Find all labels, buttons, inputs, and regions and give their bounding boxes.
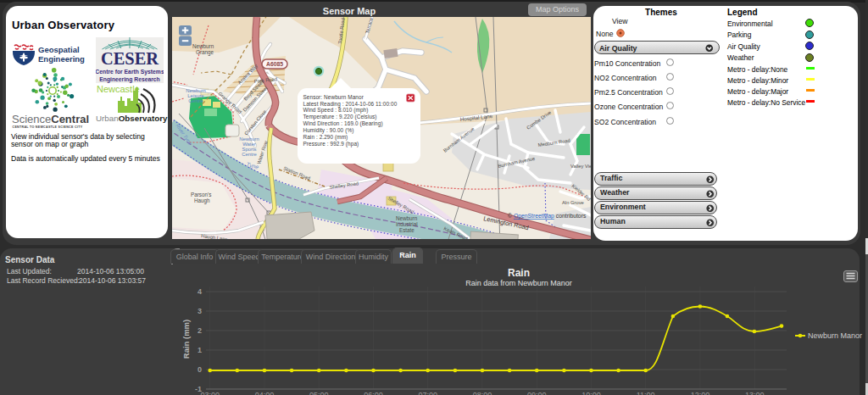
svg-text:Haugh: Haugh — [194, 198, 210, 204]
svg-text:13:00: 13:00 — [745, 391, 765, 395]
svg-text:Valley View: Valley View — [570, 164, 591, 169]
svg-text:4: 4 — [198, 287, 202, 296]
svg-text:CESER: CESER — [101, 47, 159, 69]
svg-text:UrbanObservatory: UrbanObservatory — [96, 114, 168, 123]
svg-text:Newburn: Newburn — [192, 43, 214, 49]
svg-text:Rain data from Newburn Manor: Rain data from Newburn Manor — [465, 279, 572, 287]
svg-text:Newburn: Newburn — [396, 215, 418, 221]
svg-text:10:00: 10:00 — [581, 391, 601, 395]
svg-text:03:00: 03:00 — [200, 391, 220, 395]
svg-text:12:00: 12:00 — [691, 391, 710, 395]
svg-text:Pressure : 992.9 (hpa): Pressure : 992.9 (hpa) — [303, 141, 359, 147]
svg-text:11:00: 11:00 — [637, 391, 655, 395]
svg-text:Industrial: Industrial — [396, 221, 418, 227]
svg-text:Sensor: Newburn Manor: Sensor: Newburn Manor — [303, 94, 364, 100]
svg-text:Engineering: Engineering — [38, 54, 85, 64]
svg-text:Aln Grove: Aln Grove — [562, 200, 584, 205]
svg-text:Grange: Grange — [196, 49, 214, 56]
svg-text:Newburn Manor: Newburn Manor — [808, 331, 862, 340]
svg-text:05:00: 05:00 — [309, 391, 329, 395]
svg-text:Wind Direction : 169.0 (Bearin: Wind Direction : 169.0 (Bearing) — [303, 120, 383, 127]
svg-text:07:00: 07:00 — [418, 391, 437, 395]
svg-text:Wind Speed : 8.010 (mph): Wind Speed : 8.010 (mph) — [303, 107, 369, 114]
svg-text:Rain : 2.290 (mm): Rain : 2.290 (mm) — [303, 134, 348, 141]
svg-text:Centre: Centre — [242, 152, 257, 157]
svg-text:ScienceCentral: ScienceCentral — [12, 113, 89, 125]
svg-text:Rain: Rain — [508, 267, 530, 279]
svg-text:Centre: Centre — [188, 98, 203, 103]
svg-text:08:00: 08:00 — [473, 391, 492, 395]
svg-text:1: 1 — [198, 346, 202, 354]
svg-text:3: 3 — [198, 307, 202, 315]
svg-text:Rain (mm): Rain (mm) — [181, 320, 191, 359]
svg-text:2: 2 — [198, 326, 202, 335]
svg-text:© OpenStreetMap contributors: © OpenStreetMap contributors — [508, 213, 587, 220]
svg-text:09:00: 09:00 — [527, 391, 547, 395]
svg-text:CENTRAL TO NEWCASTLE SCIENCE C: CENTRAL TO NEWCASTLE SCIENCE CITY — [13, 125, 83, 129]
svg-text:Humidity : 90.00 (%): Humidity : 90.00 (%) — [303, 127, 354, 134]
svg-text:Latest Reading : 2014-10-06 11: Latest Reading : 2014-10-06 11:00:00 — [303, 101, 398, 108]
svg-text:Parson's: Parson's — [191, 192, 211, 198]
svg-text:Estate: Estate — [399, 227, 415, 233]
svg-text:A6085: A6085 — [266, 61, 283, 67]
svg-text:04:00: 04:00 — [255, 391, 275, 395]
svg-text:Temperature : 9.220 (Celsius): Temperature : 9.220 (Celsius) — [303, 114, 377, 120]
svg-text:0: 0 — [198, 365, 202, 374]
svg-text:06:00: 06:00 — [364, 391, 383, 395]
svg-text:Centre for Earth Systems: Centre for Earth Systems — [96, 69, 164, 75]
svg-text:Geospatial: Geospatial — [38, 45, 80, 54]
